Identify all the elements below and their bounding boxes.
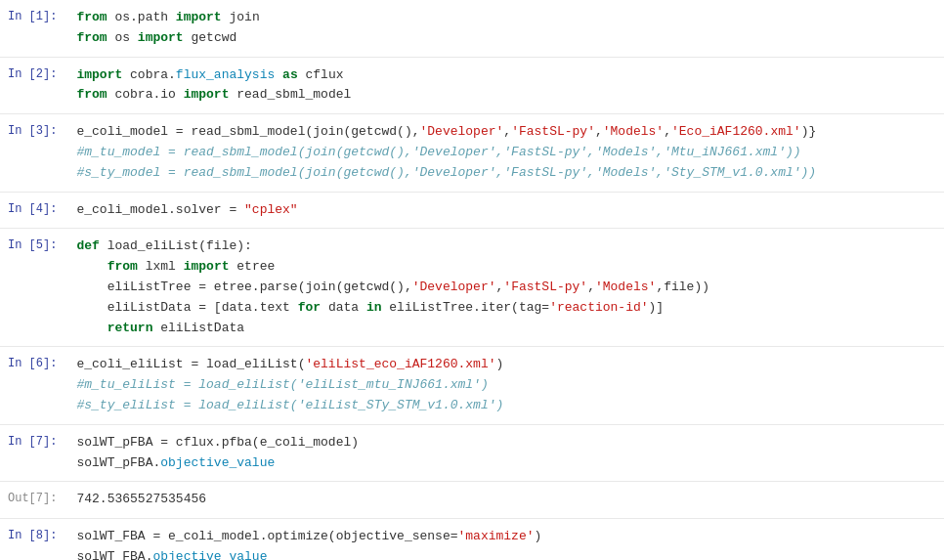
token: import [184,87,230,102]
token: 'reaction-id' [549,300,648,315]
token: flux_analysis [176,67,275,82]
token: getcwd [184,30,237,45]
token: for [298,300,321,315]
token: , [664,124,671,139]
cell-content-3[interactable]: e_coli_model.solver = "cplex" [64,193,944,229]
cell-0[interactable]: In [1]:from os.path import joinfrom os i… [0,0,944,58]
cell-label-1: In [2]: [0,58,64,114]
cell-1[interactable]: In [2]:import cobra.flux_analysis as cfl… [0,58,944,115]
line-0-1: from os import getcwd [76,28,932,49]
token: 'FastSL-py' [511,124,595,139]
token: load_eliList [107,238,199,253]
token [76,259,107,274]
line-4-2: eliListTree = etree.parse(join(getcwd(),… [76,278,932,298]
token: import [176,10,222,24]
token: 'Developer' [412,280,496,294]
line-6-0: solWT_pFBA = cflux.pfba(e_coli_model) [76,433,932,453]
cell-content-6[interactable]: solWT_pFBA = cflux.pfba(e_coli_model)sol… [64,425,944,482]
token: cobra. [122,67,176,82]
line-5-0: e_coli_eliList = load_eliList('eliList_e… [76,355,932,375]
token: "cplex" [244,202,298,217]
token: cflux [298,67,344,82]
cell-3[interactable]: In [4]:e_coli_model.solver = "cplex" [0,193,944,230]
token: 742.5365527535456 [76,492,206,506]
token: e_coli_eliList = load_eliList( [76,357,305,371]
token: 'FastSL-py' [503,280,587,294]
token: ,file)) [656,280,709,294]
line-1-1: from cobra.io import read_sbml_model [76,85,932,106]
cell-7[interactable]: Out[7]:742.5365527535456 [0,482,944,519]
token: )} [801,124,817,139]
token: os.path [107,10,176,24]
cell-label-5: In [6]: [0,347,64,423]
token: objective_value [152,549,267,560]
token [76,321,107,335]
token: import [184,259,230,274]
token: )] [649,300,665,315]
token: e_coli_model.solver = [76,202,244,217]
token: from [107,259,138,274]
token: solWT_pFBA = cflux.pfba(e_coli_model) [76,435,359,450]
cell-content-4[interactable]: def load_eliList(file): from lxml import… [64,229,944,346]
token: 'maximize' [458,529,535,543]
cell-2[interactable]: In [3]:e_coli_model = read_sbml_model(jo… [0,114,944,192]
cell-label-6: In [7]: [0,425,64,482]
line-3-0: e_coli_model.solver = "cplex" [76,200,932,221]
token: 'Models' [595,280,656,294]
token: solWT_FBA = e_coli_model.optimize(object… [76,529,457,543]
token [275,67,282,82]
token: , [503,124,511,139]
token: 'eliList_eco_iAF1260.xml' [305,357,495,371]
token: #s_ty_eliList = load_eliList('eliList_ST… [76,398,503,412]
token: ) [496,357,504,371]
token: return [107,321,153,335]
cell-content-7[interactable]: 742.5365527535456 [64,482,944,518]
token: , [587,280,595,294]
token: #s_ty_model = read_sbml_model(join(getcw… [76,165,816,180]
token: data [321,300,366,315]
token: from [76,87,107,102]
line-2-2: #s_ty_model = read_sbml_model(join(getcw… [76,163,932,184]
token: #m_tu_eliList = load_eliList('eliList_mt… [76,377,488,392]
cell-label-0: In [1]: [0,0,64,57]
line-0-0: from os.path import join [76,8,932,28]
cell-content-2[interactable]: e_coli_model = read_sbml_model(join(getc… [64,114,944,191]
token: (file): [198,238,252,253]
token: ) [535,529,542,543]
cell-label-8: In [8]: [0,519,64,560]
token: 'Models' [603,124,664,139]
token: join [222,10,260,24]
cell-8[interactable]: In [8]:solWT_FBA = e_coli_model.optimize… [0,519,944,560]
cell-content-8[interactable]: solWT_FBA = e_coli_model.optimize(object… [64,519,944,560]
line-2-1: #m_tu_model = read_sbml_model(join(getcw… [76,143,932,163]
line-4-3: eliListData = [data.text for data in eli… [76,298,932,319]
token: def [76,238,99,253]
cell-content-0[interactable]: from os.path import joinfrom os import g… [64,0,944,57]
cell-6[interactable]: In [7]:solWT_pFBA = cflux.pfba(e_coli_mo… [0,425,944,483]
token: in [366,300,382,315]
token: os [107,30,138,45]
cell-content-1[interactable]: import cobra.flux_analysis as cfluxfrom … [64,58,944,114]
cell-label-7: Out[7]: [0,482,64,518]
cell-4[interactable]: In [5]:def load_eliList(file): from lxml… [0,229,944,347]
cell-label-2: In [3]: [0,114,64,191]
line-7-0: 742.5365527535456 [76,490,932,510]
line-4-1: from lxml import etree [76,257,932,278]
token: 'Eco_iAF1260.xml' [671,124,801,139]
cell-content-5[interactable]: e_coli_eliList = load_eliList('eliList_e… [64,347,944,423]
cell-5[interactable]: In [6]:e_coli_eliList = load_eliList('el… [0,347,944,424]
line-8-0: solWT_FBA = e_coli_model.optimize(object… [76,527,932,547]
token: eliListData = [data.text [76,300,297,315]
token: eliListTree = etree.parse(join(getcwd(), [76,280,411,294]
cell-label-3: In [4]: [0,193,64,229]
token: objective_value [160,455,275,470]
line-1-0: import cobra.flux_analysis as cflux [76,65,932,86]
token: import [138,30,184,45]
line-2-0: e_coli_model = read_sbml_model(join(getc… [76,122,932,143]
line-8-1: solWT_FBA.objective_value [76,547,932,560]
token [100,238,107,253]
line-5-2: #s_ty_eliList = load_eliList('eliList_ST… [76,396,932,416]
cell-label-4: In [5]: [0,229,64,346]
token: e_coli_model = read_sbml_model(join(getc… [76,124,419,139]
token: read_sbml_model [229,87,351,102]
